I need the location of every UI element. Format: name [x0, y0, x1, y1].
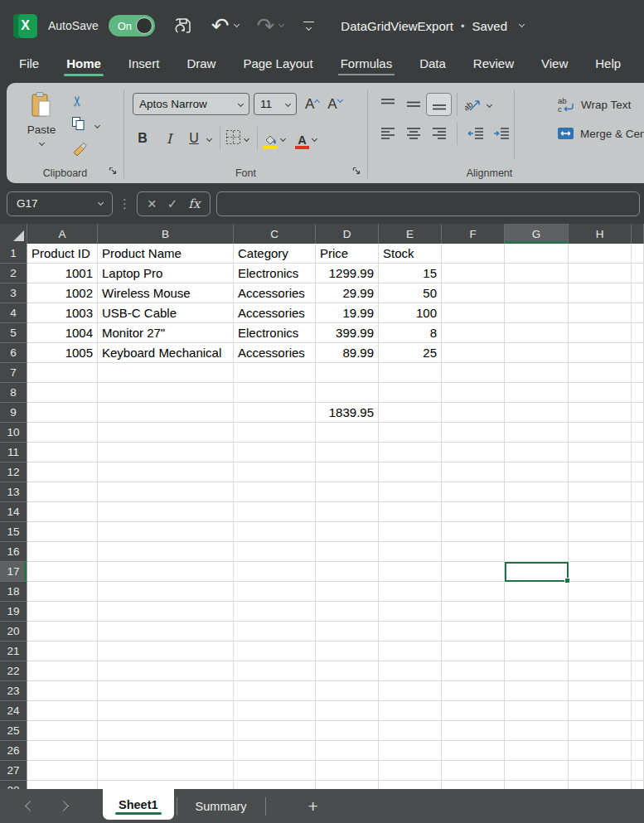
cell-C10[interactable] — [234, 423, 316, 443]
cell-H1[interactable] — [569, 244, 632, 264]
cell-A10[interactable] — [27, 423, 98, 443]
cell-A25[interactable] — [27, 721, 98, 741]
cell-G14[interactable] — [505, 502, 569, 522]
cell-B13[interactable] — [98, 482, 234, 502]
cell-H4[interactable] — [569, 303, 632, 323]
cell-G11[interactable] — [505, 443, 569, 462]
row-header-15[interactable]: 15 — [0, 522, 27, 542]
row-header-13[interactable]: 13 — [0, 482, 27, 502]
cell-A17[interactable] — [27, 562, 98, 582]
cell-D22[interactable] — [316, 661, 379, 681]
formula-bar-options-icon[interactable]: ⋮ — [119, 196, 131, 211]
cell-A12[interactable] — [27, 462, 98, 482]
row-header-27[interactable]: 27 — [0, 761, 27, 781]
cell-A5[interactable]: 1004 — [27, 323, 98, 343]
formula-input[interactable] — [216, 191, 640, 216]
cell-H25[interactable] — [569, 721, 632, 741]
cell-E1[interactable]: Stock — [379, 244, 442, 264]
column-header-G[interactable]: G — [505, 224, 569, 244]
cell-D10[interactable] — [316, 423, 379, 443]
cell-A8[interactable] — [27, 383, 98, 403]
cell-F26[interactable] — [442, 741, 505, 761]
cut-button[interactable]: ✂ — [71, 93, 103, 109]
cell-A6[interactable]: 1005 — [27, 343, 98, 363]
cell-E9[interactable] — [379, 403, 442, 423]
document-title-area[interactable]: DataGridViewExport • Saved — [341, 19, 524, 33]
orientation-dropdown-chevron-icon[interactable] — [487, 101, 492, 107]
format-painter-button[interactable] — [71, 141, 103, 157]
cell-D7[interactable] — [316, 363, 379, 383]
cell-E27[interactable] — [379, 761, 442, 781]
cell-D12[interactable] — [316, 462, 379, 482]
cell-E11[interactable] — [379, 443, 442, 462]
orientation-button[interactable]: ab — [462, 93, 484, 116]
cell-H14[interactable] — [569, 502, 632, 522]
cell-D28[interactable] — [316, 781, 379, 789]
row-header-16[interactable]: 16 — [0, 542, 27, 562]
next-sheet-chevron-icon[interactable] — [58, 801, 69, 811]
cell-E14[interactable] — [379, 502, 442, 522]
cell-C4[interactable]: Accessories — [234, 303, 316, 323]
cell-E25[interactable] — [379, 721, 442, 741]
copy-dropdown-chevron-icon[interactable] — [94, 122, 100, 128]
font-name-combo[interactable]: Aptos Narrow — [133, 93, 249, 115]
cell-D4[interactable]: 19.99 — [316, 303, 379, 323]
fill-color-button[interactable] — [263, 128, 278, 149]
fill-handle[interactable] — [564, 578, 570, 583]
cell-D5[interactable]: 399.99 — [316, 323, 379, 343]
cell-D6[interactable]: 89.99 — [316, 343, 379, 363]
row-header-7[interactable]: 7 — [0, 363, 27, 383]
borders-dropdown-chevron-icon[interactable] — [244, 135, 249, 141]
cell-G6[interactable] — [505, 343, 569, 363]
menu-tab-help[interactable]: Help — [594, 51, 622, 82]
column-header-C[interactable]: C — [234, 224, 316, 244]
cell-D23[interactable] — [316, 681, 379, 701]
name-box[interactable]: G17 — [7, 191, 113, 216]
cell-G23[interactable] — [505, 681, 569, 701]
cell-H23[interactable] — [569, 681, 632, 701]
cell-E18[interactable] — [379, 582, 442, 602]
cell-C6[interactable]: Accessories — [234, 343, 316, 363]
cell-B6[interactable]: Keyboard Mechanical — [98, 343, 234, 363]
menu-tab-draw[interactable]: Draw — [186, 51, 216, 82]
cell-F4[interactable] — [442, 303, 505, 323]
row-header-22[interactable]: 22 — [0, 661, 27, 681]
cell-D11[interactable] — [316, 443, 379, 462]
column-header-A[interactable]: A — [27, 224, 98, 244]
decrease-indent-button[interactable] — [462, 122, 488, 145]
cell-A21[interactable] — [27, 641, 98, 661]
row-header-17[interactable]: 17 — [0, 562, 27, 582]
cell-H18[interactable] — [569, 582, 632, 602]
cell-A4[interactable]: 1003 — [27, 303, 98, 323]
row-header-21[interactable]: 21 — [0, 641, 27, 661]
cell-C21[interactable] — [234, 641, 316, 661]
cell-C16[interactable] — [234, 542, 316, 562]
cell-F27[interactable] — [442, 761, 505, 781]
row-header-28[interactable]: 28 — [0, 781, 27, 789]
undo-dropdown-chevron-icon[interactable] — [233, 22, 239, 27]
cell-D1[interactable]: Price — [316, 244, 379, 264]
increase-indent-button[interactable] — [488, 122, 514, 145]
cell-A13[interactable] — [27, 482, 98, 502]
increase-font-size-button[interactable]: A — [305, 96, 319, 113]
cell-G20[interactable] — [505, 622, 569, 641]
cell-G7[interactable] — [505, 363, 569, 383]
cell-F8[interactable] — [442, 383, 505, 403]
column-header-B[interactable]: B — [98, 224, 234, 244]
row-header-10[interactable]: 10 — [0, 423, 27, 443]
cell-C5[interactable]: Electronics — [234, 323, 316, 343]
cell-E22[interactable] — [379, 661, 442, 681]
cell-C26[interactable] — [234, 741, 316, 761]
borders-button[interactable] — [225, 129, 241, 148]
cell-G15[interactable] — [505, 522, 569, 542]
cell-E10[interactable] — [379, 423, 442, 443]
cell-C2[interactable]: Electronics — [234, 264, 316, 283]
cell-C22[interactable] — [234, 661, 316, 681]
cell-B27[interactable] — [98, 761, 234, 781]
cell-F28[interactable] — [442, 781, 505, 789]
cell-D3[interactable]: 29.99 — [316, 283, 379, 303]
cell-F25[interactable] — [442, 721, 505, 741]
cell-H10[interactable] — [569, 423, 632, 443]
cell-A3[interactable]: 1002 — [27, 283, 98, 303]
cell-B17[interactable] — [98, 562, 234, 582]
